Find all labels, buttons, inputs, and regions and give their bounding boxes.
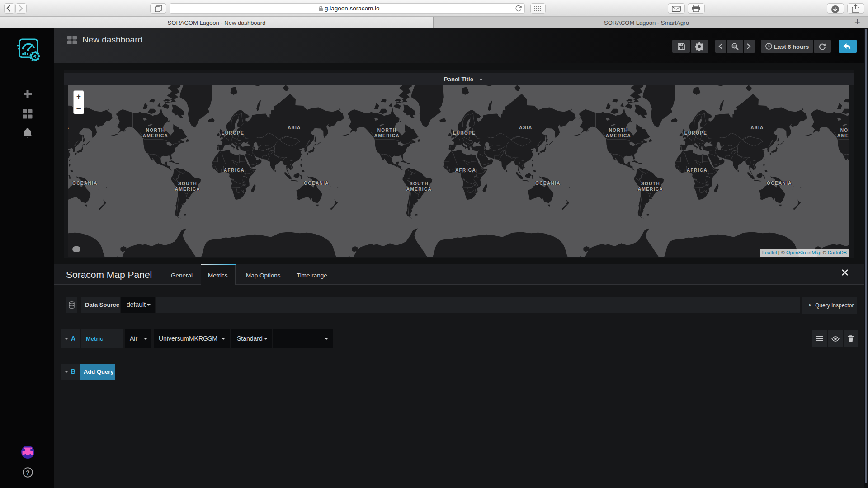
svg-text:?: ? <box>26 469 30 476</box>
